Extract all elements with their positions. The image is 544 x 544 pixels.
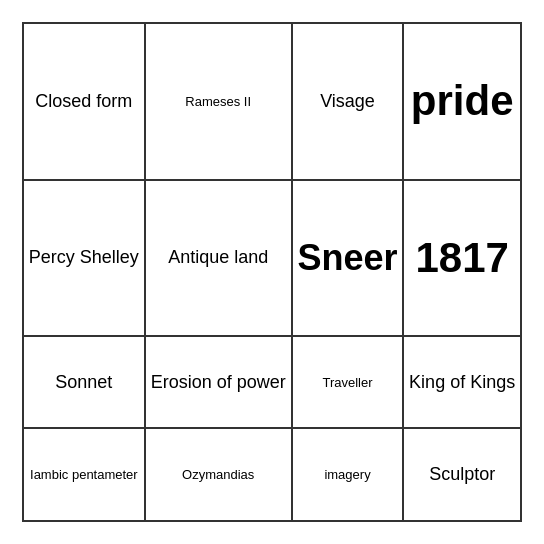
cell-1-0: Percy Shelley (23, 180, 145, 337)
cell-0-3: pride (403, 23, 521, 180)
cell-2-3: King of Kings (403, 336, 521, 428)
cell-3-0: Iambic pentameter (23, 428, 145, 521)
cell-0-2: Visage (292, 23, 404, 180)
cell-3-2: imagery (292, 428, 404, 521)
cell-0-0: Closed form (23, 23, 145, 180)
cell-1-2: Sneer (292, 180, 404, 337)
cell-2-1: Erosion of power (145, 336, 292, 428)
cell-1-3: 1817 (403, 180, 521, 337)
bingo-board: Closed formRameses IIVisagepridePercy Sh… (22, 22, 522, 522)
cell-3-3: Sculptor (403, 428, 521, 521)
cell-3-1: Ozymandias (145, 428, 292, 521)
cell-1-1: Antique land (145, 180, 292, 337)
cell-0-1: Rameses II (145, 23, 292, 180)
cell-2-0: Sonnet (23, 336, 145, 428)
cell-2-2: Traveller (292, 336, 404, 428)
